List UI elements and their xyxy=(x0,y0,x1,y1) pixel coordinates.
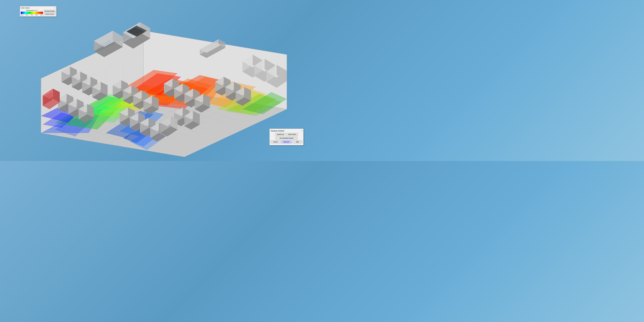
slow-down-button[interactable]: Slow Down xyxy=(286,133,298,136)
set-standard-speed-button[interactable]: Set Standard Speed xyxy=(276,137,298,140)
svg-line-109 xyxy=(48,135,50,136)
traverse-row-3: Pause Resume Stop xyxy=(270,140,302,143)
speed-up-button[interactable]: Speed Up xyxy=(275,133,286,136)
temperature-label: Temperature in F xyxy=(21,9,43,11)
tick-4: 85.0 xyxy=(35,14,38,16)
tick-1: 65.0 xyxy=(21,14,24,16)
change-min-max-button[interactable]: Change Min/Max xyxy=(44,10,56,12)
traverse-row-2: Set Standard Speed xyxy=(270,137,302,140)
tick-3: 75.0 xyxy=(30,14,33,16)
color-bar xyxy=(21,11,43,14)
pause-button[interactable]: Pause xyxy=(270,140,281,143)
color-scale-bar-area: Temperature in F 65.0 65.0 75.0 85.0 95.… xyxy=(21,9,43,16)
tick-5: 95.0 xyxy=(40,14,43,16)
tick-2: 65.0 xyxy=(26,14,28,16)
color-scale-panel: Color Scale × Temperature in F 65.0 65.0… xyxy=(20,6,56,16)
stop-button[interactable]: Stop xyxy=(292,140,302,143)
color-scale-titlebar: Color Scale × xyxy=(21,7,56,9)
traverse-titlebar: Traverse Control × xyxy=(270,130,302,132)
arrow-control-button[interactable]: Arrow Control xyxy=(44,13,56,15)
color-scale-content: Temperature in F 65.0 65.0 75.0 85.0 95.… xyxy=(21,9,56,16)
color-scale-ticks: 65.0 65.0 75.0 85.0 95.0 xyxy=(21,14,43,16)
traverse-row-1: Speed Up Slow Down xyxy=(270,133,302,136)
traverse-control-panel: Traverse Control × Speed Up Slow Down Se… xyxy=(270,129,304,145)
color-scale-title: Color Scale xyxy=(21,7,30,9)
traverse-close-button[interactable]: × xyxy=(301,130,302,132)
color-scale-buttons: Change Min/Max Arrow Control xyxy=(44,10,56,15)
traverse-title: Traverse Control xyxy=(270,130,284,132)
color-scale-close-button[interactable]: × xyxy=(55,7,56,9)
resume-button[interactable]: Resume xyxy=(281,140,292,143)
